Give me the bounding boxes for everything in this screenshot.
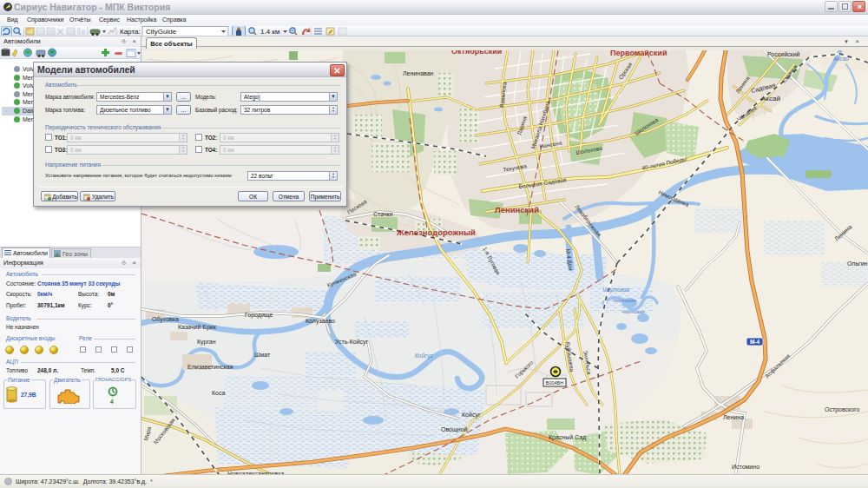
svg-text:Казачий Ерик: Казачий Ерик bbox=[178, 324, 217, 331]
svg-text:Ольгин: Ольгин bbox=[847, 260, 868, 267]
svg-text:Стачки: Стачки bbox=[373, 211, 393, 217]
svg-text:Истомино: Истомино bbox=[732, 464, 760, 470]
svg-text:Чмутовая: Чмутовая bbox=[621, 309, 645, 314]
svg-text:Чмутовая: Чмутовая bbox=[613, 298, 636, 303]
svg-text:Курган: Курган bbox=[197, 339, 216, 346]
svg-text:Овощной: Овощной bbox=[441, 426, 467, 433]
svg-text:Железнодорожный: Железнодорожный bbox=[396, 228, 476, 237]
svg-text:Первомайский: Первомайский bbox=[610, 50, 667, 57]
svg-text:Колузаево: Колузаево bbox=[306, 318, 335, 325]
svg-text:Аксай: Аксай bbox=[832, 56, 849, 62]
svg-text:Обуховка: Обуховка bbox=[152, 316, 179, 323]
svg-text:Красный Сад: Красный Сад bbox=[549, 434, 586, 441]
svg-text:Коса: Коса bbox=[212, 390, 225, 396]
svg-text:Карта:: Карта: bbox=[120, 28, 141, 36]
svg-text:Шмат: Шмат bbox=[254, 352, 271, 358]
svg-text:В004ВН: В004ВН bbox=[546, 380, 564, 386]
svg-text:Российский: Российский bbox=[767, 51, 800, 57]
svg-text:Елизаветинская: Елизаветинская bbox=[187, 364, 233, 370]
svg-text:Ленина: Ленина bbox=[723, 414, 744, 420]
svg-text:Усть-Койсуг: Усть-Койсуг bbox=[335, 339, 369, 346]
svg-text:1.4 км: 1.4 км bbox=[260, 28, 279, 36]
svg-text:Островского: Островского bbox=[825, 406, 860, 413]
svg-text:Ленинаван: Ленинаван bbox=[403, 70, 434, 76]
svg-text:М-4: М-4 bbox=[750, 339, 760, 345]
svg-text:Городище: Городище bbox=[245, 312, 273, 319]
svg-text:CityGuide: CityGuide bbox=[146, 28, 177, 36]
svg-text:Чмутовая: Чмутовая bbox=[602, 287, 630, 293]
svg-text:Аксай: Аксай bbox=[761, 95, 780, 102]
svg-text:Октябрьский: Октябрьский bbox=[451, 50, 502, 56]
svg-text:Койсуг: Койсуг bbox=[415, 353, 433, 359]
svg-text:Ленинский: Ленинский bbox=[495, 205, 539, 214]
svg-text:Койсуг: Койсуг bbox=[462, 412, 481, 419]
